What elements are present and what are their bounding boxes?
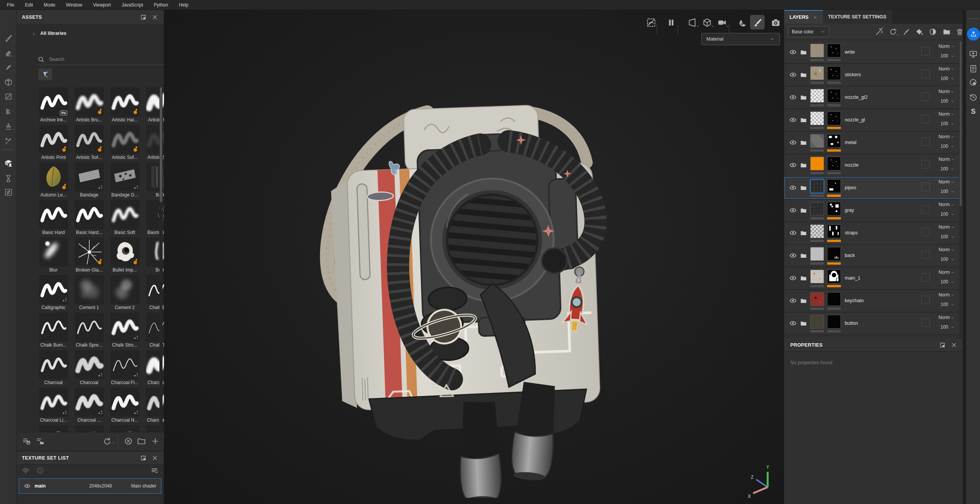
dock-drag-handle[interactable] — [969, 18, 978, 19]
asset-item-charcoal-fi[interactable]: Charcoal Fi... — [108, 350, 141, 388]
layer-group-folder-icon[interactable] — [800, 184, 807, 191]
layer-visibility-eye-icon[interactable] — [789, 206, 797, 214]
layer-mask-thumbnail[interactable] — [827, 89, 841, 103]
plus-icon[interactable] — [151, 437, 160, 446]
channel-selector-dropdown[interactable]: Base color — [788, 26, 829, 37]
asset-item-blur[interactable]: Blur — [37, 237, 70, 275]
layer-opacity-dropdown[interactable]: 100 — [941, 302, 955, 307]
asset-item-charcoal-li[interactable]: Charcoal Li... — [37, 388, 70, 425]
layer-row-gray[interactable]: grayNorm100 — [784, 200, 960, 221]
layer-opacity-dropdown[interactable]: 100 — [941, 189, 955, 194]
layer-blend-mode-dropdown[interactable]: Norm — [939, 315, 955, 320]
hide-ui-icon[interactable] — [646, 18, 656, 28]
polygon-fill-tool-icon[interactable] — [4, 77, 13, 87]
texture-set-row-main[interactable]: main 2048x2048 Main shader — [19, 478, 161, 494]
libraries-chevron-icon[interactable] — [31, 31, 36, 37]
layer-row-nozzle_gl[interactable]: nozzle_glNorm100 — [784, 109, 960, 131]
refresh-icon[interactable] — [102, 437, 112, 446]
layer-group-folder-icon[interactable] — [800, 275, 807, 282]
layer-visibility-eye-icon[interactable] — [789, 116, 797, 124]
layer-group-folder-icon[interactable] — [800, 252, 807, 259]
layer-content-thumbnail[interactable] — [810, 66, 824, 80]
layer-opacity-dropdown[interactable]: 100 — [941, 144, 955, 149]
asset-item-chalk-spre[interactable]: Chalk Spre... — [73, 313, 105, 350]
layer-row-nozzle[interactable]: nozzleNorm100 — [784, 154, 960, 176]
layer-visibility-eye-icon[interactable] — [789, 93, 797, 101]
layer-visibility-eye-icon[interactable] — [789, 139, 797, 146]
layer-opacity-dropdown[interactable]: 100 — [941, 121, 955, 126]
layer-content-thumbnail[interactable] — [810, 134, 824, 148]
substance-logo-icon[interactable]: S — [969, 107, 978, 116]
add-paint-layer-icon[interactable] — [902, 28, 910, 36]
layer-content-thumbnail[interactable] — [810, 224, 824, 238]
asset-item-cement-1[interactable]: Cement 1 — [73, 275, 105, 313]
asset-item-bandage-d[interactable]: Bandage D... — [108, 162, 141, 200]
layer-content-thumbnail[interactable] — [810, 292, 824, 306]
texture-set-eye-icon[interactable] — [24, 483, 31, 489]
layer-mask-thumbnail[interactable] — [827, 66, 841, 80]
layer-content-thumbnail[interactable] — [810, 89, 824, 103]
assets-close-icon[interactable] — [151, 14, 158, 21]
paint-mode-icon[interactable] — [753, 18, 763, 28]
layer-content-thumbnail[interactable] — [810, 111, 824, 125]
layer-visibility-eye-icon[interactable] — [789, 71, 797, 79]
layer-group-folder-icon[interactable] — [800, 94, 807, 101]
menu-file[interactable]: File — [2, 0, 20, 10]
menu-python[interactable]: Python — [148, 0, 173, 10]
asset-item-charcoal[interactable]: Charcoal — [37, 350, 70, 388]
toolbar-drag-handle[interactable] — [3, 149, 13, 150]
asset-item-bandage[interactable]: Bandage — [73, 162, 105, 200]
layer-visibility-eye-icon[interactable] — [789, 274, 797, 282]
assets-expand-icon[interactable] — [140, 14, 147, 21]
layer-blend-mode-dropdown[interactable]: Norm — [939, 247, 955, 252]
layer-content-thumbnail[interactable] — [810, 270, 824, 283]
display-settings-icon[interactable] — [969, 50, 978, 59]
tsl-filter-one-icon[interactable]: 1 — [36, 467, 44, 475]
layer-row-nozzle_gl2[interactable]: nozzle_gl2Norm100 — [784, 87, 960, 108]
layer-mask-thumbnail[interactable] — [827, 179, 841, 193]
perspective-icon[interactable] — [687, 18, 697, 28]
menu-window[interactable]: Window — [61, 0, 88, 10]
layer-geometry-mask-icon[interactable] — [921, 273, 930, 281]
pause-icon[interactable] — [666, 18, 676, 28]
layer-content-thumbnail[interactable] — [810, 202, 824, 216]
share-export-button[interactable] — [967, 28, 980, 41]
layer-content-thumbnail[interactable] — [810, 247, 824, 261]
layer-visibility-eye-icon[interactable] — [789, 252, 797, 259]
layer-geometry-mask-icon[interactable] — [921, 205, 930, 214]
environment-sphere-icon[interactable] — [737, 18, 747, 28]
asset-item-artistic-hai[interactable]: Artistic Hai... — [108, 87, 141, 125]
layer-mask-thumbnail[interactable] — [827, 315, 841, 329]
layer-group-folder-icon[interactable] — [800, 116, 807, 124]
asset-item-basic-hard[interactable]: Basic Hard — [37, 200, 70, 237]
layer-group-folder-icon[interactable] — [800, 49, 807, 56]
layer-row-keychain[interactable]: keychainNorm100 — [784, 290, 960, 312]
layer-geometry-mask-icon[interactable] — [921, 183, 930, 191]
layer-mask-thumbnail[interactable] — [827, 270, 841, 283]
assets-shelf-icon[interactable] — [4, 159, 13, 168]
layer-content-thumbnail[interactable] — [810, 157, 824, 170]
layer-mask-thumbnail[interactable] — [827, 134, 841, 148]
layer-content-thumbnail[interactable] — [810, 44, 824, 57]
tab-close-icon[interactable] — [813, 15, 817, 20]
add-adjustment-icon[interactable] — [929, 28, 937, 36]
layer-blend-mode-dropdown[interactable]: Norm — [939, 157, 955, 162]
asset-item-archive-ink[interactable]: PsArchive Ink... — [37, 87, 70, 125]
tsl-close-icon[interactable] — [151, 455, 158, 461]
layer-mask-thumbnail[interactable] — [827, 202, 841, 216]
asset-item-artistic-sof[interactable]: Artistic Sof... — [73, 125, 105, 162]
resources-updater-icon[interactable] — [4, 188, 13, 197]
layers-scrollbar[interactable] — [959, 41, 962, 348]
asset-item-artistic-sof[interactable]: Artistic Sof... — [108, 125, 141, 162]
asset-item-calligraphic[interactable]: Calligraphic — [37, 275, 70, 313]
tsl-list-options-icon[interactable] — [151, 467, 158, 475]
menu-help[interactable]: Help — [174, 0, 194, 10]
mesh-cube-icon[interactable] — [702, 18, 712, 28]
layer-opacity-dropdown[interactable]: 100 — [941, 257, 955, 262]
material-view-dropdown[interactable]: Material — [701, 33, 780, 45]
layer-mask-thumbnail[interactable] — [827, 44, 841, 57]
layer-row-write[interactable]: writeNorm100 — [784, 41, 960, 63]
layer-opacity-dropdown[interactable]: 100 — [941, 234, 955, 239]
layer-blend-mode-dropdown[interactable]: Norm — [939, 202, 955, 207]
layer-geometry-mask-icon[interactable] — [921, 228, 930, 236]
